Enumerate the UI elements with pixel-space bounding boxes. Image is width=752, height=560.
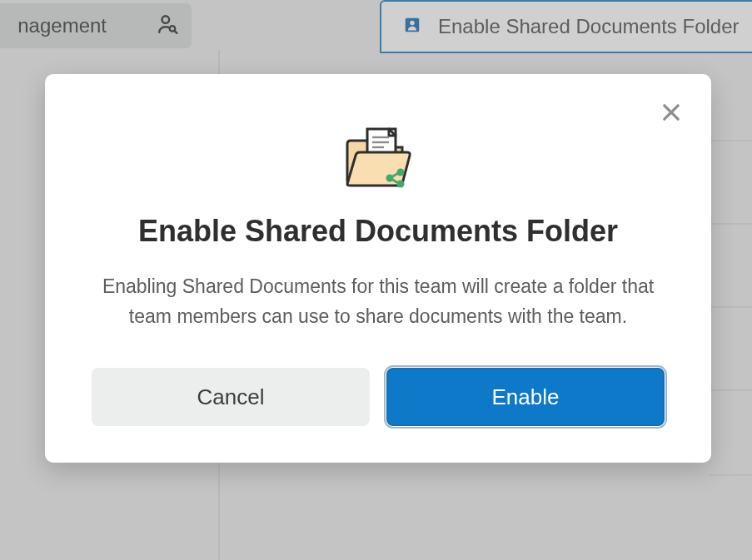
modal-title: Enable Shared Documents Folder xyxy=(92,214,665,249)
close-button[interactable] xyxy=(655,97,688,131)
close-icon xyxy=(660,101,683,127)
confirm-modal: Enable Shared Documents Folder Enabling … xyxy=(45,74,711,463)
folder-share-illustration xyxy=(92,122,665,191)
svg-point-13 xyxy=(397,181,405,188)
enable-button[interactable]: Enable xyxy=(386,368,665,426)
modal-button-row: Cancel Enable xyxy=(92,368,665,426)
svg-point-11 xyxy=(397,169,405,176)
cancel-button[interactable]: Cancel xyxy=(92,368,370,426)
modal-description: Enabling Shared Documents for this team … xyxy=(95,272,661,331)
